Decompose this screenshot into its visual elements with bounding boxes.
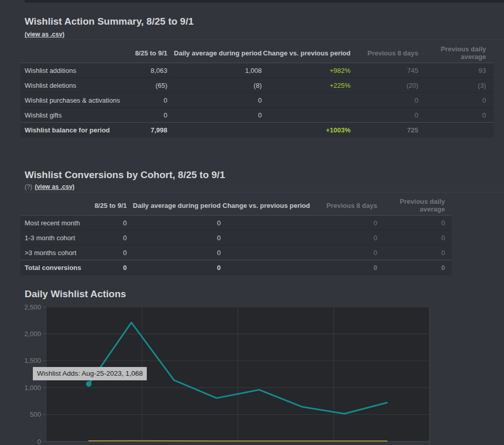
table-row: Wishlist gifts 0 0 0 0 xyxy=(21,107,494,122)
cell-previous-8-days: 725 xyxy=(351,126,418,134)
cell-previous-daily-average: 0 xyxy=(377,234,445,242)
cell-previous-daily-average: 0 xyxy=(377,249,445,257)
cell-period: 0 xyxy=(123,111,167,119)
header-change: Change vs. previous period xyxy=(262,49,351,57)
cell-period: 0 xyxy=(87,249,127,257)
cell-previous-8-days: 0 xyxy=(351,111,418,119)
y-axis-tick-label: 500 xyxy=(30,411,41,418)
header-daily-average: Daily average during period xyxy=(127,202,221,209)
row-label: 1-3 month cohort xyxy=(21,234,87,242)
summary-view-as-csv-link[interactable]: (view as .csv) xyxy=(25,31,64,38)
cohort-help-link[interactable]: (?) xyxy=(25,183,32,190)
cell-daily-average: 0 xyxy=(167,96,262,104)
cell-previous-8-days: 0 xyxy=(310,249,377,257)
cohort-section-title: Wishlist Conversions by Cohort, 8/25 to … xyxy=(25,169,225,181)
cell-daily-average: (8) xyxy=(167,82,262,89)
table-header-row: 8/25 to 9/1 Daily average during period … xyxy=(21,43,494,63)
cell-previous-daily-average: 93 xyxy=(418,67,486,74)
wishlist-dashboard-page: Wishlist Action Summary, 8/25 to 9/1 (vi… xyxy=(0,0,504,445)
summary-divider xyxy=(25,39,504,40)
cohort-divider xyxy=(25,192,504,192)
row-label: Wishlist gifts xyxy=(21,111,123,119)
cell-period: 0 xyxy=(87,219,127,227)
row-label: Wishlist additions xyxy=(21,67,123,74)
y-axis-tick-label: 0 xyxy=(37,438,41,445)
table-row: >3 months cohort 0 0 0 0 xyxy=(21,245,452,260)
chart-section-title: Daily Wishlist Actions xyxy=(25,288,126,300)
header-previous-daily-average: Previous daily average xyxy=(377,198,445,213)
cell-previous-daily-average: 0 xyxy=(418,96,486,104)
cell-previous-8-days: (20) xyxy=(351,82,418,89)
cell-daily-average: 0 xyxy=(127,219,221,227)
row-label: Wishlist deletions xyxy=(21,82,123,89)
table-row: Wishlist purchases & activations 0 0 0 0 xyxy=(21,92,494,107)
cell-previous-8-days: 0 xyxy=(351,96,418,104)
table-row: Wishlist additions 8,063 1,008 +982% 745… xyxy=(21,63,494,78)
cell-period: 0 xyxy=(123,96,167,104)
y-axis-tick-label: 2,000 xyxy=(24,330,41,338)
row-label: Wishlist purchases & activations xyxy=(21,96,123,104)
wishlist-deletes-line xyxy=(89,441,387,441)
row-label: Most recent month xyxy=(21,219,87,227)
top-divider-strip xyxy=(25,0,504,3)
table-total-row: Wishlist balance for period 7,998 +1003%… xyxy=(21,122,494,137)
cell-period: 7,998 xyxy=(123,126,167,134)
cell-period: (65) xyxy=(123,82,167,89)
y-axis-tick-label: 1,500 xyxy=(24,357,41,364)
cell-change: +1003% xyxy=(262,126,351,134)
table-row: Most recent month 0 0 0 0 xyxy=(21,216,452,230)
cell-change: +225% xyxy=(262,82,351,89)
row-label: Wishlist balance for period xyxy=(21,126,123,134)
header-period: 8/25 to 9/1 xyxy=(87,202,127,209)
header-period: 8/25 to 9/1 xyxy=(123,49,167,57)
y-axis-tick-label: 2,500 xyxy=(24,303,41,311)
cell-daily-average: 0 xyxy=(127,264,221,272)
cell-previous-daily-average: 0 xyxy=(377,264,445,272)
cell-daily-average: 0 xyxy=(167,111,262,119)
row-label: >3 months cohort xyxy=(21,249,87,257)
chart-tooltip: Wishlist Adds: Aug-25-2023, 1,068 xyxy=(33,367,147,380)
cell-period: 0 xyxy=(87,234,127,242)
summary-section-title: Wishlist Action Summary, 8/25 to 9/1 xyxy=(25,16,193,27)
cell-previous-8-days: 745 xyxy=(351,67,418,74)
cell-daily-average: 0 xyxy=(127,234,221,242)
table-total-row: Total conversions 0 0 0 0 xyxy=(21,260,452,275)
cell-previous-daily-average: (3) xyxy=(418,82,486,89)
table-header-row: 8/25 to 9/1 Daily average during period … xyxy=(21,196,452,216)
cohort-view-as-csv-link[interactable]: (view as .csv) xyxy=(35,183,74,190)
header-previous-8-days: Previous 8 days xyxy=(310,202,377,209)
y-axis-tick-label: 1,000 xyxy=(24,384,41,392)
cell-period: 8,063 xyxy=(123,67,167,74)
hovered-data-point-marker[interactable] xyxy=(86,381,92,387)
table-row: 1-3 month cohort 0 0 0 0 xyxy=(21,230,452,245)
wishlist-summary-table: 8/25 to 9/1 Daily average during period … xyxy=(21,43,494,138)
cell-period: 0 xyxy=(87,264,127,272)
cell-previous-8-days: 0 xyxy=(310,219,377,227)
cell-change: +982% xyxy=(262,67,351,74)
row-label: Total conversions xyxy=(21,264,87,272)
cell-previous-8-days: 0 xyxy=(310,264,377,272)
cell-daily-average: 1,008 xyxy=(167,67,262,74)
header-change: Change vs. previous period xyxy=(221,202,310,209)
table-row: Wishlist deletions (65) (8) +225% (20) (… xyxy=(21,78,494,92)
header-daily-average: Daily average during period xyxy=(167,49,262,57)
header-previous-daily-average: Previous daily average xyxy=(418,45,486,61)
wishlist-cohort-table: 8/25 to 9/1 Daily average during period … xyxy=(21,196,452,275)
cell-previous-daily-average: 0 xyxy=(418,111,486,119)
header-previous-8-days: Previous 8 days xyxy=(351,49,418,57)
cell-previous-8-days: 0 xyxy=(310,234,377,242)
cell-daily-average: 0 xyxy=(127,249,221,257)
cell-previous-daily-average: 0 xyxy=(377,219,445,227)
